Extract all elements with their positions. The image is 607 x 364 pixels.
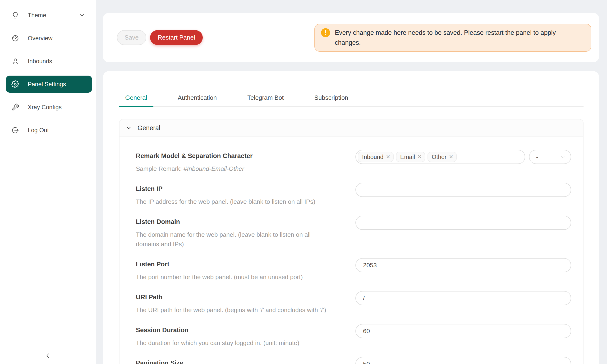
user-icon bbox=[11, 57, 19, 65]
form-row-listen-ip: Listen IP The IP address for the web pan… bbox=[136, 184, 571, 207]
sidebar-item-log-out[interactable]: Log Out bbox=[6, 122, 92, 139]
pagination-size-input[interactable] bbox=[356, 357, 571, 364]
uri-path-input[interactable] bbox=[356, 291, 571, 305]
form-row-remark-model: Remark Model & Separation Character Samp… bbox=[136, 151, 571, 173]
section-title: General bbox=[138, 124, 160, 132]
toolbar-card: Save Restart Panel ! Every change made h… bbox=[103, 13, 599, 62]
field-description: Sample Remark: #Inbound-Email-Other bbox=[136, 164, 330, 173]
sidebar-item-inbounds[interactable]: Inbounds bbox=[6, 52, 92, 70]
warning-icon: ! bbox=[321, 28, 330, 37]
tag-inbound: Inbound ✕ bbox=[358, 152, 394, 162]
field-description: The IP address for the web panel. (leave… bbox=[136, 197, 330, 207]
field-label: Listen IP bbox=[136, 184, 346, 194]
tab-general[interactable]: General bbox=[119, 94, 153, 106]
sidebar-item-label: Xray Configs bbox=[28, 104, 62, 111]
app-window: Theme Overview bbox=[0, 0, 607, 364]
form-row-listen-port: Listen Port The port number for the web … bbox=[136, 260, 571, 282]
toolbar-buttons: Save Restart Panel bbox=[117, 30, 203, 45]
sidebar-item-theme[interactable]: Theme bbox=[6, 7, 92, 24]
sidebar-item-label: Overview bbox=[28, 35, 53, 42]
restart-panel-button[interactable]: Restart Panel bbox=[150, 30, 203, 45]
sidebar-item-xray-configs[interactable]: Xray Configs bbox=[6, 99, 92, 116]
main-content: Save Restart Panel ! Every change made h… bbox=[96, 0, 607, 364]
chevron-down-icon bbox=[126, 125, 132, 131]
general-section: General Remark Model & Separation Charac… bbox=[119, 119, 583, 364]
sidebar-collapse-button[interactable] bbox=[44, 352, 52, 359]
field-label: URI Path bbox=[136, 292, 346, 302]
separator-select-value: - bbox=[536, 153, 538, 161]
listen-domain-input[interactable] bbox=[356, 216, 571, 230]
sidebar-item-overview[interactable]: Overview bbox=[6, 30, 92, 47]
tab-subscription[interactable]: Subscription bbox=[308, 94, 354, 106]
tag-other: Other ✕ bbox=[427, 152, 457, 162]
field-label: Listen Port bbox=[136, 260, 346, 269]
wrench-icon bbox=[11, 103, 19, 111]
logout-icon bbox=[11, 126, 19, 134]
sidebar-item-label: Panel Settings bbox=[28, 81, 66, 88]
sidebar-item-label: Theme bbox=[28, 12, 46, 19]
chevron-left-icon bbox=[44, 352, 52, 359]
remark-model-multiselect[interactable]: Inbound ✕ Email ✕ Other ✕ bbox=[356, 150, 525, 164]
warning-alert-text: Every change made here needs to be saved… bbox=[335, 28, 567, 48]
chevron-down-icon bbox=[79, 12, 85, 18]
sample-remark-text: #Inbound-Email-Other bbox=[184, 165, 244, 172]
field-label: Remark Model & Separation Character bbox=[136, 151, 346, 161]
field-description: The domain name for the web panel. (leav… bbox=[136, 230, 330, 249]
warning-alert: ! Every change made here needs to be sav… bbox=[314, 24, 591, 52]
field-label: Pagination Size bbox=[136, 358, 346, 364]
settings-card: General Authentication Telegram Bot Subs… bbox=[103, 71, 599, 364]
field-label: Listen Domain bbox=[136, 217, 346, 227]
save-button[interactable]: Save bbox=[117, 30, 146, 45]
tab-bar: General Authentication Telegram Bot Subs… bbox=[119, 71, 583, 107]
form-row-session-duration: Session Duration The duration for which … bbox=[136, 325, 571, 348]
tag-remove-icon[interactable]: ✕ bbox=[417, 154, 422, 159]
tag-email: Email ✕ bbox=[396, 152, 425, 162]
session-duration-input[interactable] bbox=[356, 324, 571, 338]
form-row-uri-path: URI Path The URI path for the web panel.… bbox=[136, 292, 571, 315]
field-description: The URI path for the web panel. (begins … bbox=[136, 305, 330, 315]
gear-icon bbox=[11, 80, 19, 88]
form-row-listen-domain: Listen Domain The domain name for the we… bbox=[136, 217, 571, 249]
chevron-down-icon bbox=[560, 154, 566, 160]
field-label: Session Duration bbox=[136, 325, 346, 335]
listen-port-input[interactable] bbox=[356, 258, 571, 272]
tab-authentication[interactable]: Authentication bbox=[172, 94, 223, 106]
lightbulb-icon bbox=[11, 11, 19, 19]
sidebar-item-label: Inbounds bbox=[28, 58, 52, 65]
tab-telegram-bot[interactable]: Telegram Bot bbox=[241, 94, 290, 106]
separator-select[interactable]: - bbox=[529, 150, 571, 164]
sidebar: Theme Overview bbox=[0, 0, 96, 364]
general-section-body: Remark Model & Separation Character Samp… bbox=[119, 137, 583, 364]
sidebar-item-label: Log Out bbox=[28, 127, 49, 134]
field-description: The duration for which you can stay logg… bbox=[136, 338, 330, 348]
dashboard-icon bbox=[11, 34, 19, 42]
tag-remove-icon[interactable]: ✕ bbox=[449, 154, 453, 159]
general-section-header[interactable]: General bbox=[119, 119, 583, 137]
form-row-pagination-size: Pagination Size bbox=[136, 358, 571, 364]
field-description: The port number for the web panel. (must… bbox=[136, 272, 330, 282]
sidebar-item-panel-settings[interactable]: Panel Settings bbox=[6, 76, 92, 93]
tag-remove-icon[interactable]: ✕ bbox=[386, 154, 390, 159]
listen-ip-input[interactable] bbox=[356, 183, 571, 197]
